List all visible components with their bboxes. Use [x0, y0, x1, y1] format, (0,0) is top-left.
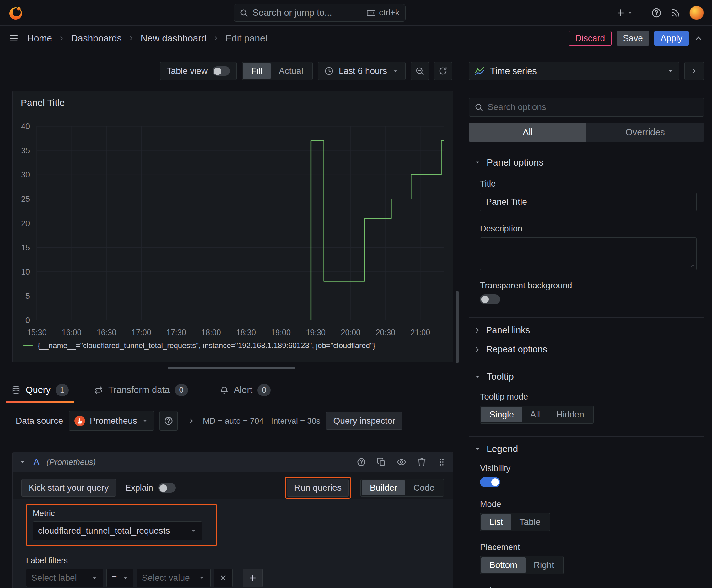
query-inspector-button[interactable]: Query inspector: [326, 412, 403, 430]
legend-mode-field: Mode List Table: [480, 499, 704, 531]
actual-option[interactable]: Actual: [271, 63, 311, 79]
query-row-header[interactable]: A (Prometheus): [13, 452, 453, 472]
top-navigation: ctrl+k: [0, 0, 712, 26]
tooltip-mode-group: Single All Hidden: [480, 405, 594, 424]
table-view-toggle[interactable]: [213, 66, 230, 76]
datasource-help-button[interactable]: [159, 411, 178, 430]
breadcrumb-new-dashboard[interactable]: New dashboard: [141, 33, 207, 44]
svg-text:18:30: 18:30: [236, 328, 256, 337]
metric-select[interactable]: cloudflared_tunnel_total_requests: [33, 521, 202, 540]
operator-dropdown[interactable]: =: [106, 569, 133, 587]
legend-visibility-toggle[interactable]: [480, 477, 500, 487]
code-option[interactable]: Code: [405, 480, 443, 495]
legend-series-name[interactable]: {__name__="cloudflared_tunnel_total_requ…: [38, 341, 375, 350]
datasource-label: Data source: [16, 416, 63, 426]
options-tab-all[interactable]: All: [469, 123, 586, 142]
caret-down-icon[interactable]: [19, 458, 26, 466]
transparent-background-toggle[interactable]: [480, 294, 500, 304]
legend-section-header[interactable]: Legend: [473, 443, 704, 454]
table-view-label: Table view: [167, 66, 208, 76]
add-filter-button[interactable]: [243, 569, 263, 587]
search-icon: [239, 8, 248, 17]
kick-start-query-button[interactable]: Kick start your query: [21, 479, 116, 497]
tooltip-all-option[interactable]: All: [522, 407, 548, 422]
label-filters-row: Select label = Select value: [26, 569, 453, 587]
user-avatar[interactable]: [689, 6, 704, 20]
table-view-control: Table view: [160, 62, 237, 80]
global-search[interactable]: ctrl+k: [234, 4, 406, 22]
panel-title-input[interactable]: [480, 192, 697, 211]
panel-description-textarea[interactable]: [480, 237, 697, 270]
discard-button[interactable]: Discard: [568, 31, 611, 45]
builder-option[interactable]: Builder: [362, 480, 405, 495]
global-search-input[interactable]: [253, 7, 362, 18]
hide-response-eye-icon[interactable]: [397, 457, 406, 467]
mode-table-option[interactable]: Table: [511, 514, 549, 530]
help-button[interactable]: [651, 7, 662, 18]
help-circle-icon[interactable]: [357, 457, 366, 467]
explain-toggle[interactable]: [158, 483, 176, 492]
panel-options-section-header[interactable]: Panel options: [473, 157, 704, 168]
zoom-out-button[interactable]: [411, 62, 429, 80]
tooltip-hidden-option[interactable]: Hidden: [548, 407, 592, 422]
options-search-input[interactable]: [488, 102, 698, 112]
operator-value: =: [112, 573, 117, 583]
breadcrumb-dashboards[interactable]: Dashboards: [71, 33, 122, 44]
chevron-right-icon: [58, 35, 65, 41]
svg-text:19:00: 19:00: [271, 328, 291, 337]
collapse-options-button[interactable]: [694, 34, 703, 43]
refresh-button[interactable]: [434, 62, 452, 80]
section-divider: [469, 364, 704, 364]
tab-query[interactable]: Query 1: [4, 378, 75, 402]
time-range-picker[interactable]: Last 6 hours: [318, 62, 406, 80]
tab-transform-data[interactable]: Transform data 0: [87, 378, 195, 402]
trash-icon[interactable]: [417, 457, 426, 467]
datasource-row: Data source Prometheus MD = auto = 704 I…: [16, 411, 451, 430]
save-button[interactable]: Save: [617, 31, 649, 45]
panel-view-toolbar: Table view Fill Actual Last 6 hours: [160, 62, 452, 80]
placement-right-option[interactable]: Right: [525, 557, 562, 573]
drag-handle-icon[interactable]: [437, 457, 447, 467]
mode-list-option[interactable]: List: [481, 514, 511, 530]
svg-text:16:30: 16:30: [97, 328, 116, 337]
caret-down-icon: [190, 527, 197, 534]
tooltip-single-option[interactable]: Single: [481, 407, 522, 422]
panel-links-section[interactable]: Panel links: [473, 325, 704, 335]
pane-resize-handle[interactable]: [168, 366, 295, 370]
duplicate-icon[interactable]: [377, 457, 386, 467]
plus-icon: [616, 8, 626, 18]
chevron-right-icon[interactable]: [188, 417, 195, 425]
panel-options-header-label: Panel options: [487, 157, 544, 168]
news-button[interactable]: [671, 8, 681, 18]
datasource-picker[interactable]: Prometheus: [69, 411, 154, 430]
transform-icon: [94, 385, 103, 395]
toggle-viz-picker-button[interactable]: [684, 62, 704, 80]
tab-alert[interactable]: Alert 0: [213, 378, 278, 402]
placement-bottom-option[interactable]: Bottom: [481, 557, 525, 573]
select-value-dropdown[interactable]: Select value: [136, 569, 211, 587]
keyboard-icon: [366, 8, 376, 18]
left-pane-scrollbar[interactable]: [456, 291, 459, 363]
fill-option[interactable]: Fill: [243, 63, 271, 79]
close-icon: [219, 574, 227, 582]
breadcrumb-home[interactable]: Home: [27, 33, 52, 44]
time-series-chart[interactable]: 051015202530354015:3016:0016:3017:0017:3…: [13, 91, 453, 362]
new-menu-button[interactable]: [616, 8, 633, 18]
visualization-row: Time series: [469, 62, 704, 80]
options-tab-overrides[interactable]: Overrides: [586, 123, 704, 142]
select-label-dropdown[interactable]: Select label: [26, 569, 103, 587]
caret-down-icon: [667, 67, 674, 75]
grafana-logo[interactable]: [8, 5, 23, 20]
query-row-actions: [357, 457, 447, 467]
apply-button[interactable]: Apply: [654, 31, 689, 45]
remove-filter-button[interactable]: [214, 569, 233, 587]
repeat-options-section[interactable]: Repeat options: [473, 344, 704, 355]
run-queries-button[interactable]: Run queries: [287, 479, 349, 497]
metric-label: Metric: [33, 508, 210, 518]
tooltip-section-header[interactable]: Tooltip: [473, 371, 704, 382]
transform-count-badge: 0: [175, 384, 188, 396]
visualization-picker[interactable]: Time series: [469, 62, 679, 80]
resize-grip-icon[interactable]: [690, 262, 695, 268]
options-search[interactable]: [469, 98, 704, 117]
menu-toggle-button[interactable]: [9, 33, 19, 43]
